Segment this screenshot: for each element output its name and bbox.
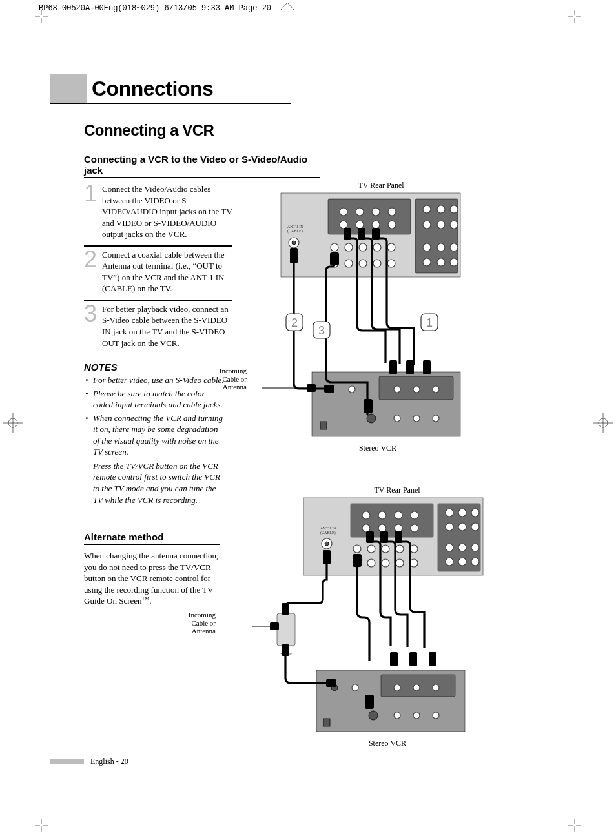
step-number: 2 — [84, 249, 102, 294]
figure-vcr-connection-1: Incoming Cable or Antenna TV Rear Panel … — [252, 181, 471, 453]
svg-point-45 — [433, 386, 439, 393]
svg-rect-50 — [320, 422, 327, 429]
svg-point-83 — [382, 545, 389, 553]
svg-point-11 — [340, 221, 347, 229]
svg-rect-53 — [330, 252, 339, 265]
svg-point-18 — [373, 243, 381, 251]
footer-grey-block — [50, 759, 84, 764]
page-fold-icon — [281, 1, 294, 10]
crop-mark-icon — [35, 819, 48, 832]
svg-point-19 — [387, 243, 395, 251]
svg-point-85 — [410, 545, 418, 553]
svg-point-27 — [450, 205, 458, 213]
note-item: When connecting the VCR and turning it o… — [84, 413, 226, 506]
svg-point-90 — [410, 559, 418, 567]
page-footer: English - 20 — [50, 757, 128, 766]
svg-point-77 — [362, 524, 370, 532]
svg-point-110 — [352, 684, 358, 691]
tv-rear-panel-label: TV Rear Panel — [252, 181, 471, 190]
svg-point-34 — [423, 258, 431, 266]
section-banner-grey-block — [50, 74, 87, 103]
stereo-vcr-label: Stereo VCR — [252, 444, 471, 453]
svg-point-94 — [446, 523, 453, 531]
svg-text:3: 3 — [318, 324, 325, 337]
svg-point-117 — [433, 712, 439, 719]
svg-rect-105 — [277, 613, 295, 646]
svg-point-7 — [340, 208, 347, 216]
svg-point-104 — [325, 542, 329, 546]
subsubsection-title: Connecting a VCR to the Video or S-Video… — [84, 154, 320, 178]
svg-point-10 — [388, 208, 396, 216]
svg-rect-121 — [323, 550, 331, 564]
svg-rect-3 — [328, 199, 411, 234]
svg-point-35 — [437, 258, 445, 266]
svg-point-49 — [433, 415, 439, 422]
svg-rect-54 — [364, 399, 373, 413]
page-number: English - 20 — [90, 757, 128, 766]
svg-point-79 — [395, 524, 402, 532]
svg-rect-118 — [323, 719, 330, 726]
svg-text:(CABLE): (CABLE) — [320, 531, 336, 535]
svg-point-13 — [372, 221, 380, 229]
svg-point-43 — [394, 386, 400, 393]
svg-point-14 — [388, 221, 396, 229]
register-mark-icon — [593, 413, 613, 433]
svg-point-82 — [367, 545, 375, 553]
svg-point-36 — [450, 258, 458, 266]
step-text: For better playback video, connect an S-… — [102, 303, 232, 349]
svg-point-48 — [413, 415, 420, 422]
svg-point-115 — [394, 712, 400, 719]
tv-rear-panel-label: TV Rear Panel — [252, 486, 471, 495]
figure-vcr-connection-2: Incoming Cable or Antenna TV Rear Panel … — [252, 486, 471, 748]
incoming-cable-label: Incoming Cable or Antenna — [170, 611, 216, 635]
stereo-vcr-label: Stereo VCR — [252, 739, 471, 748]
svg-rect-129 — [390, 652, 398, 666]
svg-point-76 — [411, 511, 418, 519]
svg-rect-125 — [365, 695, 374, 709]
svg-point-99 — [471, 544, 479, 551]
svg-point-15 — [331, 243, 338, 251]
svg-point-42 — [349, 386, 355, 393]
svg-point-30 — [450, 221, 458, 229]
svg-point-16 — [345, 243, 353, 251]
svg-point-73 — [362, 511, 370, 519]
svg-point-95 — [458, 523, 466, 531]
svg-point-25 — [423, 205, 431, 213]
svg-point-22 — [359, 260, 367, 267]
svg-point-97 — [446, 544, 453, 551]
svg-rect-124 — [353, 554, 362, 567]
svg-rect-55 — [344, 228, 351, 240]
svg-point-100 — [446, 558, 453, 566]
step-number: 3 — [84, 303, 102, 349]
svg-rect-126 — [366, 531, 374, 543]
svg-rect-52 — [324, 385, 334, 393]
svg-rect-128 — [395, 531, 402, 543]
svg-point-81 — [353, 545, 361, 553]
svg-rect-127 — [380, 531, 388, 543]
step-3: 3 For better playback video, connect an … — [84, 301, 232, 354]
svg-point-29 — [437, 221, 445, 229]
svg-rect-119 — [270, 622, 279, 630]
incoming-cable-label: Incoming Cable or Antenna — [201, 367, 247, 391]
svg-point-33 — [450, 243, 458, 251]
svg-point-111 — [394, 684, 400, 691]
svg-rect-61 — [307, 384, 316, 392]
svg-point-12 — [356, 221, 364, 229]
connection-diagram-2-icon: ANT 1 IN (CABLE) — [252, 497, 484, 736]
svg-point-31 — [423, 243, 431, 251]
svg-rect-123 — [326, 679, 336, 687]
section-banner: Connections — [50, 74, 291, 104]
svg-rect-57 — [372, 228, 380, 240]
svg-point-46 — [367, 414, 376, 423]
svg-rect-120 — [282, 603, 289, 615]
svg-point-21 — [345, 260, 353, 267]
print-slug: BP68-00520A-00Eng(018~029) 6/13/05 9:33 … — [0, 0, 616, 13]
step-text: Connect the Video/Audio cables between t… — [102, 183, 232, 240]
svg-point-98 — [458, 544, 466, 551]
svg-text:1: 1 — [426, 316, 433, 329]
svg-point-84 — [396, 545, 404, 553]
svg-point-24 — [387, 260, 395, 267]
alternate-heading: Alternate method — [84, 531, 220, 545]
svg-point-89 — [396, 559, 404, 567]
svg-point-23 — [373, 260, 381, 267]
